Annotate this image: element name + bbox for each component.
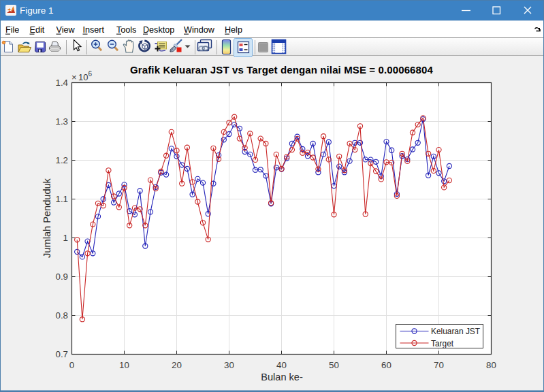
- svg-text:View: View: [57, 25, 76, 35]
- svg-text:40: 40: [276, 360, 287, 370]
- svg-text:Edit: Edit: [30, 25, 45, 35]
- svg-text:0.7: 0.7: [56, 349, 69, 359]
- svg-text:Bulan ke-: Bulan ke-: [261, 372, 303, 382]
- svg-text:20: 20: [172, 360, 182, 370]
- svg-text:0.9: 0.9: [56, 272, 69, 282]
- svg-text:60: 60: [381, 360, 391, 370]
- svg-text:Figure 1: Figure 1: [20, 5, 54, 16]
- svg-text:File: File: [5, 25, 19, 35]
- svg-text:Help: Help: [225, 25, 242, 35]
- svg-text:Tools: Tools: [116, 25, 136, 35]
- svg-text:Desktop: Desktop: [143, 25, 174, 35]
- svg-text:1.3: 1.3: [56, 116, 69, 127]
- svg-text:0.8: 0.8: [56, 310, 69, 321]
- svg-text:1.2: 1.2: [56, 155, 69, 165]
- svg-text:Grafik Keluaran JST vs Target: Grafik Keluaran JST vs Target dengan nil…: [130, 64, 433, 76]
- svg-text:30: 30: [224, 360, 234, 370]
- svg-text:0: 0: [69, 360, 74, 370]
- svg-text:Keluaran JST: Keluaran JST: [431, 327, 480, 336]
- svg-text:Jumlah Penduduk: Jumlah Penduduk: [42, 178, 52, 258]
- svg-text:Target: Target: [431, 339, 454, 348]
- svg-text:70: 70: [434, 360, 444, 370]
- svg-text:Insert: Insert: [83, 25, 105, 35]
- svg-text:80: 80: [486, 360, 496, 370]
- svg-text:1: 1: [63, 233, 68, 243]
- svg-text:Window: Window: [184, 25, 215, 35]
- svg-text:10: 10: [119, 360, 129, 370]
- svg-text:1.1: 1.1: [56, 194, 69, 204]
- svg-text:50: 50: [329, 360, 339, 370]
- svg-text:1.4: 1.4: [56, 78, 69, 88]
